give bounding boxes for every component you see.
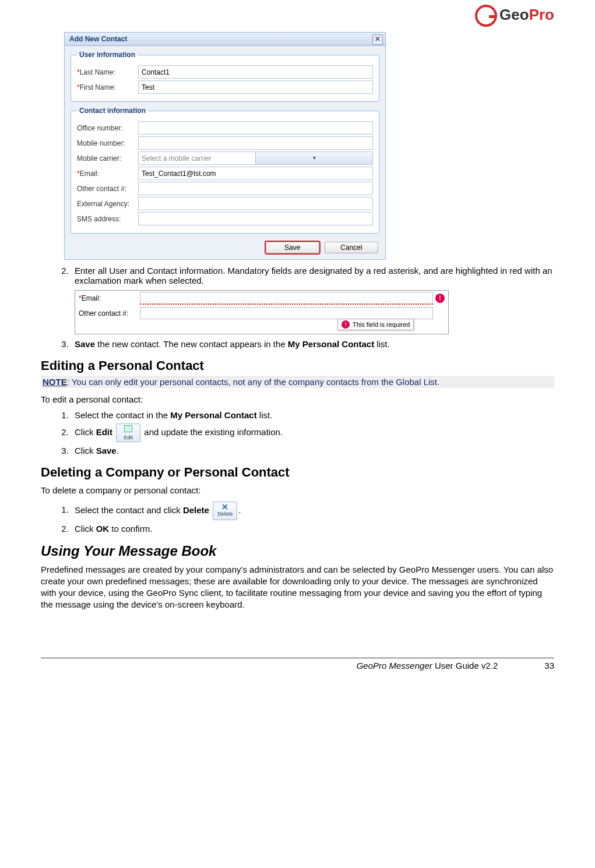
contact-info-fieldset: Contact information Office number: Mobil… [71,107,379,234]
delete-toolbar-button[interactable]: ✕ Delete [213,502,237,520]
edit-step-2: Click Edit Edit and update the existing … [71,424,554,442]
carrier-placeholder: Select a mobile carrier [139,154,255,163]
edit-intro: To edit a personal contact: [41,394,554,405]
user-info-fieldset: User information *Last Name: *First Name… [71,51,379,102]
delete-icon: ✕ [213,503,237,510]
edit-step-3: Click Save. [71,446,554,456]
agency-input[interactable] [138,197,373,210]
heading-delete: Deleting a Company or Personal Contact [41,465,554,480]
office-label: Office number: [77,124,138,132]
error-tooltip-text: This field is required [353,321,410,328]
err-email-field[interactable] [140,292,433,305]
other-contact-label: Other contact #: [77,185,138,193]
footer-page: 33 [544,661,554,671]
edit-step-1: Select the contact in the My Personal Co… [71,410,554,420]
err-email-label: *Email: [79,294,140,302]
msgbook-para: Predefined messages are created by your … [41,564,554,611]
footer-title: GeoPro Messenger User Guide v2.2 [357,661,498,671]
err-other-field[interactable] [140,307,433,319]
contact-info-legend: Contact information [77,107,148,115]
add-contact-dialog: Add New Contact ✕ User information *Last… [64,32,386,260]
logo-text-pro: Pro [529,6,554,23]
sms-label: SMS address: [77,215,138,223]
edit-toolbar-button[interactable]: Edit [116,424,140,442]
logo-text-geo: Geo [499,6,529,23]
validation-example: *Email: ! Other contact #: ! This field … [75,290,449,334]
delete-step-1: Select the contact and click Delete ✕ De… [71,502,554,520]
user-info-legend: User information [77,51,138,59]
close-icon[interactable]: ✕ [372,34,383,45]
logo-icon [475,5,497,27]
step-3: Save the new contact. The new contact ap… [71,339,554,349]
first-name-label: *First Name: [77,83,138,91]
mobile-label: Mobile number: [77,139,138,147]
err-other-label: Other contact #: [79,309,140,317]
error-icon: ! [435,294,445,303]
mobile-input[interactable] [138,136,373,150]
carrier-label: Mobile carrier: [77,154,138,163]
page-footer: GeoPro Messenger User Guide v2.2 33 [41,658,554,671]
dialog-titlebar: Add New Contact ✕ [65,33,385,46]
sms-input[interactable] [138,212,373,225]
edit-icon [124,428,132,434]
step-2: Enter all User and Contact information. … [71,266,554,334]
delete-intro: To delete a company or personal contact: [41,485,554,496]
email-input[interactable] [138,167,373,180]
heading-msgbook: Using Your Message Book [41,543,554,559]
note-edit: NOTE: You can only edit your personal co… [41,376,554,388]
email-label: *Email: [77,170,138,178]
last-name-input[interactable] [138,65,373,79]
dialog-title: Add New Contact [69,35,127,43]
other-contact-input[interactable] [138,182,373,195]
heading-edit: Editing a Personal Contact [41,358,554,373]
agency-label: External Agency: [77,200,138,208]
error-tooltip: ! This field is required [337,319,414,330]
cancel-button[interactable]: Cancel [325,242,378,253]
brand-logo: GeoPro [475,5,554,27]
chevron-down-icon: ▾ [255,152,372,164]
first-name-input[interactable] [138,80,373,94]
delete-step-2: Click OK to confirm. [71,524,554,534]
carrier-select[interactable]: Select a mobile carrier ▾ [138,151,373,165]
office-input[interactable] [138,121,373,135]
last-name-label: *Last Name: [77,68,138,76]
save-button[interactable]: Save [266,242,319,253]
error-icon: ! [341,320,350,329]
